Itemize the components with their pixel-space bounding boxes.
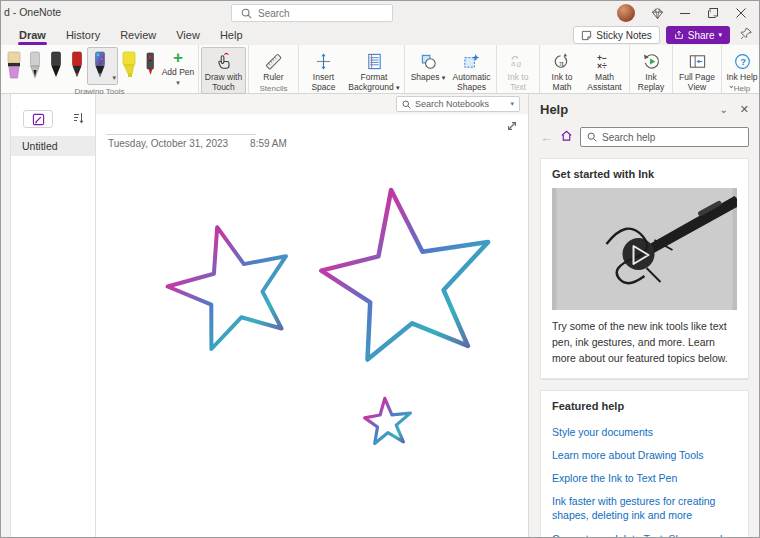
pen-compact-red-accent[interactable] [139, 47, 160, 83]
plus-icon: + [173, 51, 183, 65]
shapes-label: Shapes [411, 72, 440, 82]
format-background-label: Format Background [348, 72, 393, 92]
search-icon [587, 132, 597, 142]
window-title: d - OneNote [4, 6, 61, 18]
math-assistant-icon: +−×÷ [595, 51, 614, 71]
help-close-icon[interactable]: ✕ [740, 103, 749, 116]
ink-help-button[interactable]: ? Ink Help [724, 47, 760, 84]
minimize-icon[interactable] [671, 1, 699, 25]
ink-replay-icon [642, 51, 661, 71]
full-page-view-button[interactable]: Full Page View [675, 47, 719, 94]
draw-with-touch-label: Draw with Touch [203, 72, 244, 92]
search-icon [241, 8, 252, 19]
ink-to-math-button[interactable]: π Ink to Math [542, 47, 582, 94]
group-math: π Ink to Math +−×÷ Math Assistant Math [540, 45, 630, 93]
help-link-ink-to-text-pen[interactable]: Explore the Ink to Text Pen [552, 467, 737, 490]
ink-replay-label: Ink Replay [634, 72, 668, 92]
share-button[interactable]: Share ▾ [666, 26, 730, 44]
ink-canvas[interactable] [96, 94, 528, 538]
pin-ribbon-icon[interactable] [740, 26, 753, 44]
close-icon[interactable] [727, 1, 755, 25]
whats-new-diamond-icon[interactable] [643, 1, 671, 25]
insert-space-label: Insert Space [303, 72, 344, 92]
add-pen-chevron: ▾ [176, 79, 180, 86]
automatic-shapes-button[interactable]: Automatic Shapes [449, 47, 494, 94]
help-search-placeholder: Search help [602, 132, 655, 143]
highlighter-yellow[interactable] [118, 47, 139, 83]
group-text: aa Ink to Text Text [497, 45, 540, 93]
add-page-button[interactable] [23, 110, 53, 128]
tab-history[interactable]: History [56, 26, 110, 45]
ink-star-3 [365, 398, 411, 443]
tab-draw[interactable]: Draw [9, 26, 56, 45]
group-stencils: Ruler Stencils [249, 45, 299, 93]
insert-space-button[interactable]: Insert Space [301, 47, 346, 94]
draw-with-touch-icon [214, 51, 233, 71]
help-search-box[interactable]: Search help [580, 127, 749, 147]
sticky-notes-button[interactable]: Sticky Notes [573, 26, 660, 44]
eraser-tool[interactable] [3, 47, 24, 83]
navigation-rail[interactable] [1, 94, 11, 537]
ink-to-math-icon: π [553, 51, 572, 71]
ink-to-math-label: Ink to Math [544, 72, 580, 92]
help-link-convert-ink[interactable]: Convert your Ink to Text, Shape, and Mat… [552, 527, 737, 538]
format-background-chevron: ▾ [396, 84, 400, 91]
help-link-drawing-tools[interactable]: Learn more about Drawing Tools [552, 443, 737, 466]
page-list-item-untitled[interactable]: Untitled [11, 136, 95, 156]
sticky-note-icon [581, 30, 592, 41]
pen-galaxy-selected[interactable]: ▾ [87, 47, 118, 85]
format-background-button[interactable]: Format Background ▾ [346, 47, 402, 94]
tab-view[interactable]: View [166, 26, 210, 45]
content-area: Untitled Search Notebooks ▾ Tuesday, Oct… [1, 94, 759, 537]
add-pen-label: Add Pen [162, 67, 195, 77]
pen-black-marker[interactable] [45, 47, 66, 83]
ink-to-text-button: aa Ink to Text [499, 47, 537, 94]
ruler-label: Ruler [263, 72, 283, 82]
automatic-shapes-icon [462, 51, 481, 71]
svg-text:a: a [510, 59, 515, 68]
shapes-button[interactable]: Shapes ▾ [407, 47, 449, 84]
ink-replay-button[interactable]: Ink Replay [632, 47, 670, 94]
help-collapse-chevron-icon[interactable]: ⌄ [719, 104, 727, 115]
help-home-icon[interactable] [560, 128, 573, 146]
title-bar: d - OneNote Search [1, 1, 759, 25]
add-pen-button[interactable]: + Add Pen ▾ [160, 47, 196, 87]
pen-options-chevron[interactable]: ▾ [112, 74, 116, 82]
ink-to-text-icon: aa [509, 51, 528, 71]
note-canvas[interactable]: Search Notebooks ▾ Tuesday, October 31, … [96, 94, 528, 537]
group-shapes: Shapes ▾ Automatic Shapes Shapes [405, 45, 497, 93]
math-assistant-button[interactable]: +−×÷ Math Assistant [582, 47, 627, 94]
help-link-ink-gestures[interactable]: Ink faster with gestures for creating sh… [552, 490, 737, 527]
ruler-button[interactable]: Ruler [251, 47, 296, 84]
ink-help-icon: ? [733, 51, 752, 71]
maximize-icon[interactable] [699, 1, 727, 25]
search-box[interactable]: Search [231, 4, 393, 22]
help-video-thumbnail[interactable] [552, 188, 737, 310]
help-card-heading: Get started with Ink [552, 168, 737, 180]
draw-with-touch-button[interactable]: Draw with Touch [201, 47, 246, 94]
help-back-icon[interactable]: ← [540, 130, 553, 145]
page-list-panel: Untitled [11, 94, 96, 537]
help-card-get-started: Get started with Ink [540, 158, 749, 379]
featured-help-heading: Featured help [552, 400, 737, 412]
svg-text:π: π [559, 57, 564, 67]
ruler-icon [264, 51, 283, 71]
pen-red[interactable] [66, 47, 87, 83]
group-edit: Insert Space Format Background ▾ Edit [299, 45, 405, 93]
tab-review[interactable]: Review [110, 26, 166, 45]
help-card-description: Try some of the new ink tools like text … [552, 319, 737, 366]
search-placeholder: Search [258, 8, 290, 19]
collapse-ribbon-chevron[interactable]: ⌄ [727, 80, 735, 90]
ink-star-2 [321, 190, 488, 360]
svg-text:×÷: ×÷ [597, 61, 607, 71]
help-link-style-documents[interactable]: Style your documents [552, 420, 737, 443]
ink-to-text-label: Ink to Text [501, 72, 535, 92]
tab-help[interactable]: Help [210, 26, 253, 45]
pen-gray-ballpoint[interactable] [24, 47, 45, 83]
account-avatar[interactable] [617, 4, 635, 22]
help-panel: Help ⌄ ✕ ← Search help Get started with … [528, 94, 759, 537]
sort-pages-icon[interactable] [73, 110, 85, 128]
add-page-icon [32, 113, 45, 126]
svg-text:?: ? [740, 55, 746, 66]
full-page-view-label: Full Page View [677, 72, 717, 92]
